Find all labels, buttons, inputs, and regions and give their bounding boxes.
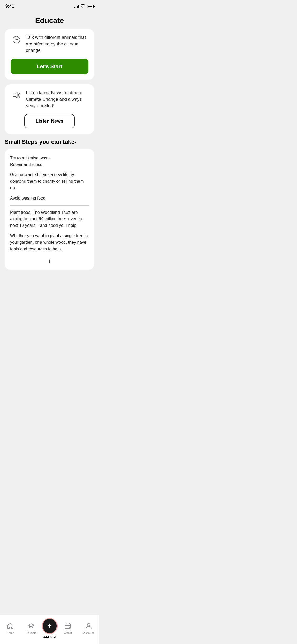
chat-icon [11,34,22,46]
signal-icon [74,4,79,8]
svg-point-1 [15,39,15,40]
steps-heading: Small Steps you can take- [5,139,94,145]
svg-point-2 [16,39,17,40]
steps-divider [10,205,89,206]
status-bar: 9:41 [0,0,99,11]
lets-start-button[interactable]: Let's Start [11,59,88,74]
steps-paragraph-5: Whether you want to plant a single tree … [10,233,89,252]
steps-paragraph-4: Plant trees. The Woodland Trust are aimi… [10,209,89,229]
battery-icon [87,5,94,8]
news-card: Listen latest News related to Climate Ch… [5,84,94,134]
chat-card: Talk with different animals that are aff… [5,29,94,80]
steps-paragraph-3: Avoid wasting food. [10,195,89,202]
page-title: Educate [0,11,99,29]
svg-marker-4 [13,92,17,98]
scroll-down-arrow: ↓ [10,256,89,265]
news-description: Listen latest News related to Climate Ch… [26,90,88,109]
chat-description: Talk with different animals that are aff… [26,34,88,54]
steps-paragraph-2: Give unwanted items a new life by donati… [10,172,89,191]
steps-card: Try to minimise wasteRepair and reuse. G… [5,149,94,270]
status-icons [74,4,94,9]
steps-paragraph-1: Try to minimise wasteRepair and reuse. [10,155,89,168]
listen-news-button[interactable]: Listen News [24,114,75,128]
sound-icon [11,90,22,101]
svg-point-3 [17,39,18,40]
wifi-icon [81,4,85,9]
status-time: 9:41 [5,4,14,9]
